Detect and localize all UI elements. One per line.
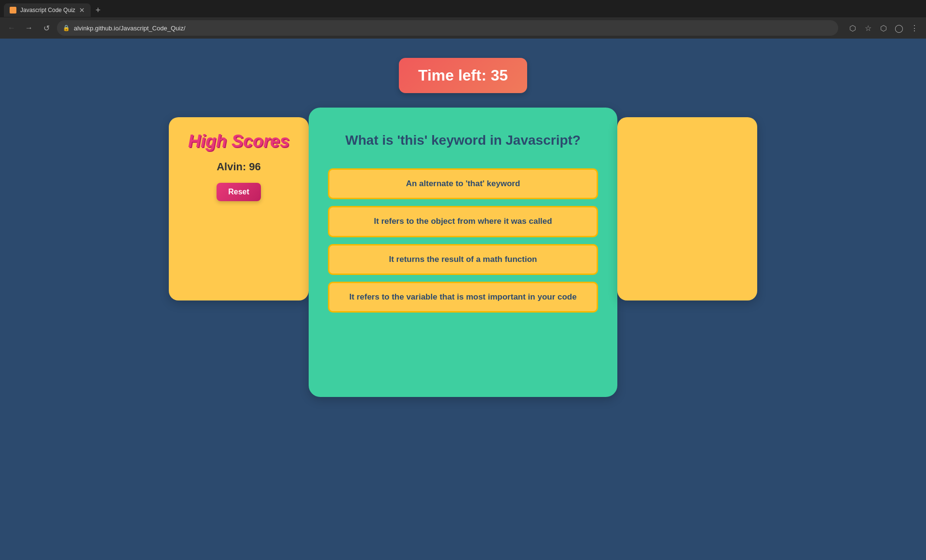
- address-bar[interactable]: 🔒 alvinkp.github.io/Javascript_Code_Quiz…: [57, 20, 838, 36]
- answer-button-1[interactable]: An alternate to 'that' keyword: [328, 168, 598, 199]
- active-tab[interactable]: Javascript Code Quiz ✕: [4, 3, 91, 17]
- answer-button-4[interactable]: It refers to the variable that is most i…: [328, 282, 598, 313]
- question-text: What is 'this' keyword in Javascript?: [345, 132, 581, 149]
- tab-bar: Javascript Code Quiz ✕ +: [0, 0, 926, 17]
- nav-bar: ← → ↺ 🔒 alvinkp.github.io/Javascript_Cod…: [0, 17, 926, 39]
- high-scores-title: High Scores: [188, 132, 289, 151]
- back-button[interactable]: ←: [5, 21, 18, 35]
- reload-button[interactable]: ↺: [40, 21, 53, 35]
- new-tab-button[interactable]: +: [93, 4, 104, 16]
- high-scores-panel: High Scores Alvin: 96 Reset: [169, 117, 309, 300]
- lock-icon: 🔒: [63, 25, 70, 31]
- quiz-card: What is 'this' keyword in Javascript? An…: [309, 108, 617, 397]
- forward-button[interactable]: →: [22, 21, 36, 35]
- extensions-button[interactable]: ⬡: [877, 21, 890, 35]
- reset-button[interactable]: Reset: [217, 183, 261, 201]
- timer-badge: Time left: 35: [399, 58, 527, 93]
- browser-chrome: Javascript Code Quiz ✕ + ← → ↺ 🔒 alvinkp…: [0, 0, 926, 39]
- bookmark-button[interactable]: ☆: [861, 21, 875, 35]
- cast-button[interactable]: ⬡: [846, 21, 859, 35]
- tab-title: Javascript Code Quiz: [20, 7, 75, 14]
- answers-list: An alternate to 'that' keyword It refers…: [328, 168, 598, 312]
- quiz-layout: High Scores Alvin: 96 Reset What is 'thi…: [125, 108, 801, 397]
- profile-button[interactable]: ◯: [892, 21, 906, 35]
- nav-actions: ⬡ ☆ ⬡ ◯ ⋮: [846, 21, 921, 35]
- answer-button-2[interactable]: It refers to the object from where it wa…: [328, 206, 598, 237]
- menu-button[interactable]: ⋮: [908, 21, 921, 35]
- tab-close-button[interactable]: ✕: [79, 6, 85, 14]
- tab-favicon: [10, 7, 16, 14]
- timer-text: Time left: 35: [418, 67, 508, 84]
- right-panel: [617, 117, 757, 300]
- page-content: Time left: 35 High Scores Alvin: 96 Rese…: [0, 39, 926, 560]
- answer-button-3[interactable]: It returns the result of a math function: [328, 244, 598, 275]
- url-text: alvinkp.github.io/Javascript_Code_Quiz/: [74, 25, 185, 32]
- score-entry: Alvin: 96: [217, 161, 261, 173]
